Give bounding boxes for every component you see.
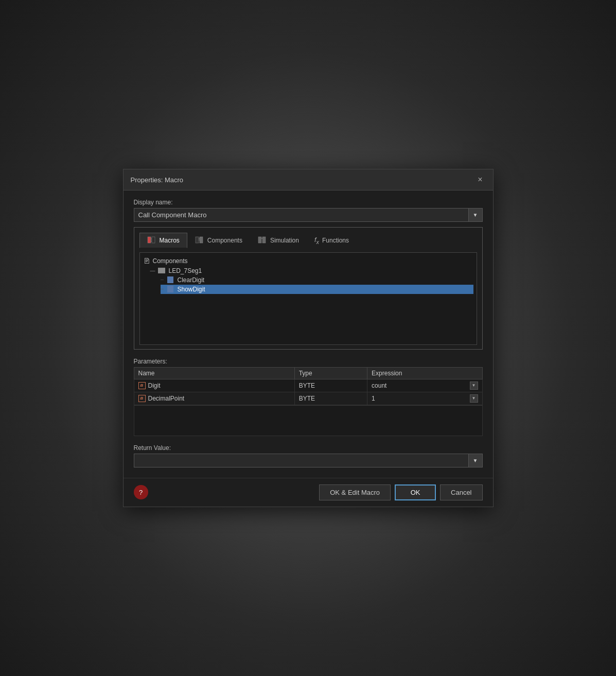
byte-icon-digit: B: [138, 382, 146, 389]
table-row: B DecimalPoint BYTE 1 ▼: [134, 392, 482, 405]
svg-rect-0: [148, 237, 151, 243]
tree-folder-label: LED_7Seg1: [169, 267, 202, 274]
svg-rect-9: [258, 237, 261, 243]
param-type-digit: BYTE: [294, 379, 367, 392]
properties-dialog: Properties: Macro × Display name: ▼: [123, 169, 494, 507]
tree-leaf-connector: ┄: [161, 277, 164, 283]
dialog-title: Properties: Macro: [131, 176, 184, 184]
return-value-arrow[interactable]: ▼: [468, 454, 483, 467]
components-tab-icon: [195, 236, 204, 245]
return-value-row: ▼: [134, 454, 483, 467]
tree-root-label: Components: [153, 257, 188, 265]
footer-left: ?: [134, 485, 148, 499]
param-name-digit: B Digit: [134, 379, 294, 392]
col-header-name: Name: [134, 367, 294, 379]
param-expr-decimalpoint[interactable]: 1 ▼: [367, 392, 482, 405]
params-empty-area: [134, 405, 483, 436]
tree-root-icon: 🖹: [143, 257, 150, 265]
col-header-type: Type: [294, 367, 367, 379]
footer: ? OK & Edit Macro OK Cancel: [124, 478, 493, 507]
parameters-section: Parameters: Name Type Expression B Di: [134, 358, 483, 436]
param-name-decimalpoint: B DecimalPoint: [134, 392, 294, 405]
col-header-expression: Expression: [367, 367, 482, 379]
return-value-input[interactable]: [134, 454, 468, 467]
tab-functions-label: Functions: [322, 237, 349, 244]
tree-leaf-connector2: ┄: [161, 286, 164, 292]
file-icon-showdigit: [167, 286, 173, 292]
dialog-body: Display name: ▼: [124, 190, 493, 476]
tab-components[interactable]: Components: [187, 233, 250, 248]
ok-button[interactable]: OK: [395, 484, 436, 500]
tree-leaf-cleardigit[interactable]: ┄ ClearDigit: [161, 275, 473, 285]
byte-icon-decimal: B: [138, 395, 146, 402]
display-name-arrow[interactable]: ▼: [468, 208, 483, 222]
param-type-decimalpoint: BYTE: [294, 392, 367, 405]
title-bar: Properties: Macro ×: [124, 169, 493, 190]
display-name-input[interactable]: [134, 208, 468, 222]
help-button[interactable]: ?: [134, 485, 148, 499]
tab-components-label: Components: [207, 237, 242, 244]
tree-folder-LED7Seg1[interactable]: — LED_7Seg1: [150, 266, 473, 275]
svg-rect-1: [152, 237, 155, 243]
expr-dropdown-decimal[interactable]: ▼: [470, 394, 478, 403]
tree-panel: 🖹 Components — LED_7Seg1 ┄ Cle: [139, 252, 477, 345]
tabs-section: Macros Components: [134, 227, 483, 350]
folder-icon: [158, 268, 165, 273]
functions-tab-icon: fx: [314, 236, 319, 245]
tree-leaf-showdigit-label: ShowDigit: [178, 286, 205, 293]
display-name-label: Display name:: [134, 199, 483, 206]
expr-dropdown-digit[interactable]: ▼: [470, 382, 478, 390]
simulation-tab-icon: [258, 236, 267, 245]
svg-rect-6: [200, 237, 203, 243]
macros-tab-icon: [147, 236, 156, 245]
file-icon-cleardigit: [167, 276, 173, 283]
parameters-label: Parameters:: [134, 358, 483, 365]
display-name-section: Display name: ▼: [134, 199, 483, 222]
cancel-button[interactable]: Cancel: [440, 484, 482, 500]
display-name-dropdown-row: ▼: [134, 208, 483, 222]
tree-leaf-cleardigit-label: ClearDigit: [178, 276, 205, 284]
return-value-label: Return Value:: [134, 444, 483, 452]
svg-rect-10: [262, 237, 266, 243]
return-value-section: Return Value: ▼: [134, 444, 483, 467]
tree-expand-icon: —: [150, 268, 155, 273]
parameters-table: Name Type Expression B Digit BYTE: [134, 367, 483, 405]
tree-leaves: ┄ ClearDigit ┄ ShowDigit: [150, 275, 473, 294]
tree-leaf-showdigit[interactable]: ┄ ShowDigit: [161, 285, 473, 294]
footer-right: OK & Edit Macro OK Cancel: [152, 484, 483, 500]
tree-folder-row: — LED_7Seg1 ┄ ClearDigit ┄: [143, 266, 473, 294]
help-icon: ?: [139, 489, 143, 496]
svg-rect-5: [196, 237, 199, 243]
table-row: B Digit BYTE count ▼: [134, 379, 482, 392]
param-expr-digit[interactable]: count ▼: [367, 379, 482, 392]
tab-functions[interactable]: fx Functions: [307, 233, 357, 248]
tree-root: 🖹 Components: [143, 256, 473, 266]
ok-edit-macro-button[interactable]: OK & Edit Macro: [319, 484, 391, 500]
tab-macros[interactable]: Macros: [139, 233, 187, 248]
tab-simulation[interactable]: Simulation: [250, 233, 307, 248]
tab-macros-label: Macros: [160, 237, 180, 244]
tabs-bar: Macros Components: [139, 233, 477, 248]
tab-simulation-label: Simulation: [270, 237, 299, 244]
close-button[interactable]: ×: [474, 175, 485, 185]
